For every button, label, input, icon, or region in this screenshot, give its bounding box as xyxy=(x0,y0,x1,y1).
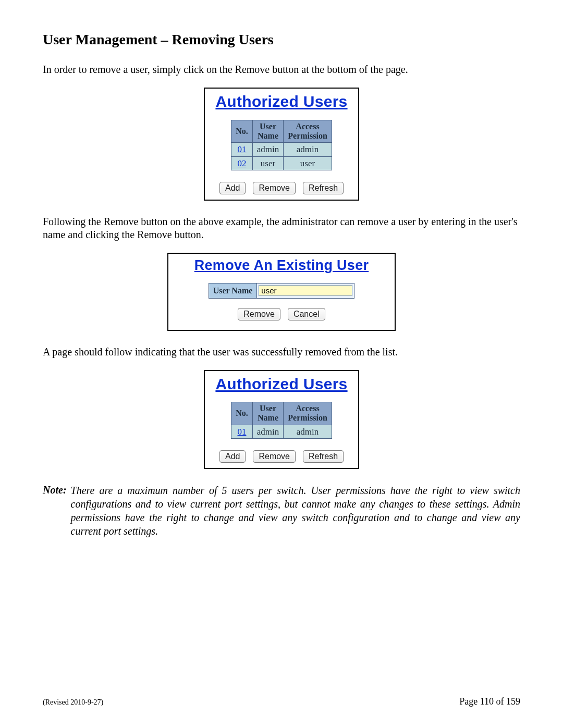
authorized-users-table-before: No. UserName AccessPermission 01 admin a… xyxy=(231,120,332,170)
user-perm-cell: admin xyxy=(284,425,332,438)
footer-revised: (Revised 2010-9-27) xyxy=(43,698,103,707)
figure-authorized-users-before: Authorized Users No. UserName AccessPerm… xyxy=(204,88,359,201)
paragraph-after-remove: Following the Remove button on the above… xyxy=(43,215,520,241)
col-name-header: UserName xyxy=(252,120,284,143)
cancel-button[interactable]: Cancel xyxy=(288,308,325,320)
remove-user-button[interactable]: Remove xyxy=(238,308,280,320)
col-no-header: No. xyxy=(231,120,253,143)
figure1-title: Authorized Users xyxy=(205,89,358,113)
user-name-input[interactable] xyxy=(259,285,352,296)
authorized-users-table-after: No. UserName AccessPermission 01 admin a… xyxy=(231,402,332,439)
page-heading: User Management – Removing Users xyxy=(43,30,520,48)
user-number-link[interactable]: 01 xyxy=(237,427,246,437)
figure-remove-existing-user: Remove An Existing User User Name Remove… xyxy=(167,253,396,331)
user-perm-cell: admin xyxy=(284,143,332,156)
figure2-title: Remove An Existing User xyxy=(168,254,395,276)
figure3-title: Authorized Users xyxy=(205,371,358,395)
add-button[interactable]: Add xyxy=(219,182,246,194)
user-name-cell: user xyxy=(252,156,284,170)
refresh-button[interactable]: Refresh xyxy=(303,182,344,194)
paragraph-success: A page should follow indicating that the… xyxy=(43,346,520,359)
note-text: There are a maximum number of 5 users pe… xyxy=(71,484,520,538)
remove-button[interactable]: Remove xyxy=(253,182,296,194)
footer-page-num: Page 110 of 159 xyxy=(459,696,520,708)
paragraph-intro-remove: In order to remove a user, simply click … xyxy=(43,63,520,76)
col-perm-header: AccessPermission xyxy=(284,120,332,143)
col-perm-header: AccessPermission xyxy=(284,402,332,425)
user-name-label: User Name xyxy=(209,283,257,298)
user-number-link[interactable]: 01 xyxy=(237,144,246,154)
user-name-cell: admin xyxy=(252,425,284,438)
table-row: 02 user user xyxy=(231,156,332,170)
add-button[interactable]: Add xyxy=(219,450,246,463)
remove-button[interactable]: Remove xyxy=(253,450,296,463)
col-no-header: No. xyxy=(231,402,253,425)
remove-user-form-table: User Name xyxy=(209,283,355,299)
user-number-link[interactable]: 02 xyxy=(237,158,246,168)
refresh-button[interactable]: Refresh xyxy=(303,450,344,463)
note-block: Note: There are a maximum number of 5 us… xyxy=(43,484,520,538)
note-label: Note: xyxy=(43,484,67,497)
table-row: 01 admin admin xyxy=(231,143,332,156)
user-name-cell: admin xyxy=(252,143,284,156)
table-row: 01 admin admin xyxy=(231,425,332,438)
user-perm-cell: user xyxy=(284,156,332,170)
col-name-header: UserName xyxy=(252,402,284,425)
figure-authorized-users-after: Authorized Users No. UserName AccessPerm… xyxy=(204,370,359,470)
